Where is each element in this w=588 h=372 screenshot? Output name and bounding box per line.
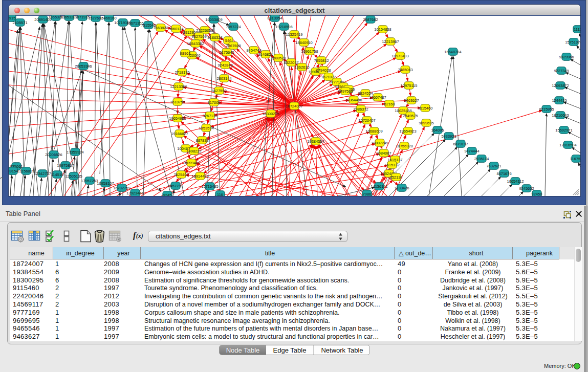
svg-text:8186328: 8186328 xyxy=(207,35,222,40)
svg-text:19166827: 19166827 xyxy=(171,132,188,136)
svg-text:9115460: 9115460 xyxy=(418,106,433,111)
svg-text:12213967: 12213967 xyxy=(382,39,399,44)
svg-text:9327509: 9327509 xyxy=(191,34,206,39)
svg-text:62160: 62160 xyxy=(384,102,395,106)
svg-text:1588520: 1588520 xyxy=(271,56,286,60)
svg-text:10756928: 10756928 xyxy=(396,144,412,148)
svg-text:12975115: 12975115 xyxy=(401,83,418,88)
svg-text:3915: 3915 xyxy=(9,16,15,20)
svg-text:17016504: 17016504 xyxy=(559,143,576,147)
svg-text:9242848: 9242848 xyxy=(217,63,232,68)
svg-text:116753: 116753 xyxy=(570,157,580,161)
svg-text:1244415: 1244415 xyxy=(552,98,567,103)
svg-text:9245652: 9245652 xyxy=(519,186,534,191)
svg-text:6466160: 6466160 xyxy=(101,16,116,20)
svg-text:15751074: 15751074 xyxy=(565,40,580,45)
svg-text:8427552: 8427552 xyxy=(211,89,226,93)
svg-text:12342737: 12342737 xyxy=(34,171,51,176)
svg-text:9227349: 9227349 xyxy=(554,69,569,73)
svg-text:8322037: 8322037 xyxy=(284,60,298,65)
svg-text:9457791: 9457791 xyxy=(168,184,183,188)
svg-text:6497568: 6497568 xyxy=(338,89,353,94)
svg-text:15720407: 15720407 xyxy=(358,118,375,123)
svg-text:7357224: 7357224 xyxy=(226,25,241,29)
svg-text:1362615: 1362615 xyxy=(294,65,309,70)
svg-text:18807249: 18807249 xyxy=(371,141,388,145)
svg-text:20053346: 20053346 xyxy=(75,64,92,69)
svg-text:9084067: 9084067 xyxy=(376,151,391,156)
svg-text:2803144: 2803144 xyxy=(216,76,231,81)
svg-text:1615132: 1615132 xyxy=(384,163,399,167)
svg-text:5933923: 5933923 xyxy=(441,134,456,139)
svg-text:16099489: 16099489 xyxy=(183,161,200,165)
svg-text:7632621: 7632621 xyxy=(486,164,501,168)
svg-text:16543382: 16543382 xyxy=(187,41,204,46)
svg-text:5175645: 5175645 xyxy=(219,50,234,55)
svg-text:2718176: 2718176 xyxy=(175,70,189,75)
svg-text:1071915: 1071915 xyxy=(75,15,90,19)
svg-text:92450: 92450 xyxy=(532,192,542,196)
svg-text:817006: 817006 xyxy=(207,100,220,105)
svg-text:12213369: 12213369 xyxy=(170,84,187,89)
svg-text:1112: 1112 xyxy=(574,27,580,32)
svg-text:16648784: 16648784 xyxy=(444,50,461,54)
svg-text:11325419: 11325419 xyxy=(286,32,303,37)
svg-text:7485063: 7485063 xyxy=(398,68,412,72)
svg-text:1498222: 1498222 xyxy=(186,149,201,154)
svg-text:6879197: 6879197 xyxy=(453,142,468,146)
svg-text:20206526: 20206526 xyxy=(45,152,62,157)
svg-text:8813054: 8813054 xyxy=(267,16,282,20)
svg-text:16154838: 16154838 xyxy=(374,27,391,32)
svg-text:10973493: 10973493 xyxy=(391,54,408,58)
svg-text:11156819: 11156819 xyxy=(18,169,34,173)
svg-text:18640910: 18640910 xyxy=(295,40,312,45)
svg-text:19384554: 19384554 xyxy=(307,139,324,144)
svg-text:1353594: 1353594 xyxy=(199,126,213,130)
svg-text:6794028: 6794028 xyxy=(316,68,331,73)
svg-text:7663822: 7663822 xyxy=(153,26,168,30)
svg-text:2935114: 2935114 xyxy=(474,157,489,161)
svg-text:16210643: 16210643 xyxy=(552,113,569,118)
svg-text:19975867: 19975867 xyxy=(57,163,74,168)
svg-text:14136141: 14136141 xyxy=(371,184,387,189)
svg-text:98961: 98961 xyxy=(180,51,191,56)
svg-text:252134: 252134 xyxy=(389,175,402,180)
svg-text:16914479: 16914479 xyxy=(191,174,208,179)
svg-text:114519: 114519 xyxy=(51,172,63,177)
svg-text:17359924: 17359924 xyxy=(67,150,83,155)
svg-text:16782759: 16782759 xyxy=(113,186,130,190)
svg-text:19654985: 19654985 xyxy=(169,116,186,121)
svg-text:1733426: 1733426 xyxy=(394,186,409,190)
svg-text:9329966: 9329966 xyxy=(559,55,574,59)
svg-text:18300275: 18300275 xyxy=(262,112,279,116)
svg-text:8215955: 8215955 xyxy=(539,107,554,112)
svg-text:116: 116 xyxy=(217,192,223,196)
svg-text:10607487: 10607487 xyxy=(369,95,386,100)
svg-text:887833: 887833 xyxy=(195,138,208,143)
svg-text:9899695: 9899695 xyxy=(419,121,433,125)
svg-text:164095: 164095 xyxy=(431,128,444,133)
svg-text:18724007: 18724007 xyxy=(286,104,302,108)
svg-text:9463627: 9463627 xyxy=(404,98,419,103)
svg-text:7955812: 7955812 xyxy=(314,58,329,63)
svg-text:16033809: 16033809 xyxy=(205,17,222,22)
svg-text:12923446: 12923446 xyxy=(126,191,143,195)
svg-text:2087682: 2087682 xyxy=(363,17,378,22)
svg-text:7986372: 7986372 xyxy=(353,107,368,112)
svg-text:17957253: 17957253 xyxy=(81,179,98,183)
svg-text:7986: 7986 xyxy=(363,192,372,196)
svg-text:3860124: 3860124 xyxy=(168,27,183,31)
svg-text:2367608: 2367608 xyxy=(226,43,241,48)
svg-text:16961758: 16961758 xyxy=(301,49,318,54)
svg-text:15716485: 15716485 xyxy=(201,184,218,189)
svg-text:12093872: 12093872 xyxy=(552,83,569,88)
svg-text:8471676: 8471676 xyxy=(496,171,511,176)
svg-text:9474444: 9474444 xyxy=(464,149,479,154)
svg-text:23226058: 23226058 xyxy=(196,28,213,33)
svg-text:9245: 9245 xyxy=(163,193,172,196)
svg-text:1527602: 1527602 xyxy=(88,16,103,20)
svg-text:20364436: 20364436 xyxy=(345,98,362,102)
svg-text:19654923: 19654923 xyxy=(399,129,416,134)
svg-text:19218596: 19218596 xyxy=(275,25,292,29)
svg-text:12505135: 12505135 xyxy=(65,174,82,179)
